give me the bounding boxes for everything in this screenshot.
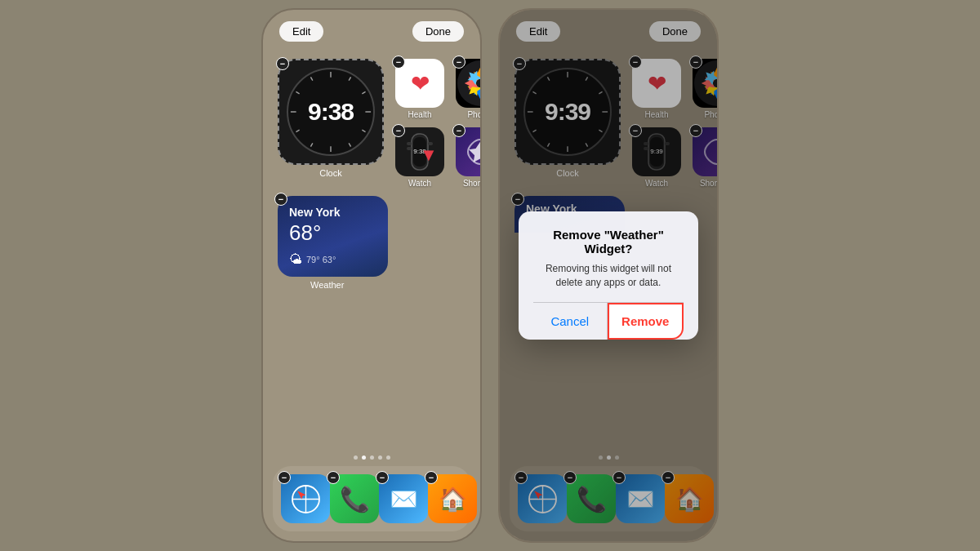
clock-widget[interactable]: − [278, 59, 384, 165]
arrow-indicator: ▼ [420, 144, 438, 166]
health-app-wrapper: − ❤ Health [395, 59, 444, 119]
svg-line-2 [362, 91, 365, 93]
mail-emoji-icon: ✉️ [390, 486, 418, 513]
weather-temp: 68° [289, 220, 376, 246]
left-page-dots [263, 455, 480, 460]
weather-widget[interactable]: New York 68° 🌤 79° 63° [278, 196, 388, 277]
left-edit-button[interactable]: Edit [279, 21, 323, 42]
home-remove-badge[interactable]: − [425, 471, 438, 484]
weather-icon-row: 🌤 79° 63° [289, 252, 376, 267]
photos-label: Photos [467, 110, 482, 119]
bottom-icons-row: − 9:38 [395, 127, 482, 188]
health-remove-badge[interactable]: − [392, 56, 405, 69]
weather-condition-icon: 🌤 [289, 252, 302, 267]
dialog-body: Removing this widget will not delete any… [533, 262, 684, 290]
svg-line-4 [362, 130, 365, 131]
safari-remove-badge[interactable]: − [278, 471, 291, 484]
health-heart-icon: ❤ [411, 70, 430, 97]
weather-sub-temp: 79° 63° [306, 255, 336, 264]
shortcuts-remove-badge[interactable]: − [452, 124, 466, 137]
watch-label-left: Watch [408, 179, 431, 188]
remove-widget-dialog: Remove "Weather" Widget? Removing this w… [519, 211, 698, 340]
phone-remove-badge[interactable]: − [327, 471, 340, 484]
clock-label-left: Clock [319, 168, 342, 178]
dialog-cancel-button[interactable]: Cancel [533, 303, 608, 340]
weather-label: Weather [310, 280, 344, 290]
phone-dock-wrapper: − 📞 [330, 474, 379, 523]
left-done-button[interactable]: Done [412, 21, 464, 42]
dialog-buttons: Cancel Remove [533, 302, 684, 340]
right-icons-col: − ❤ Health − [395, 59, 482, 188]
home-dock-wrapper: − 🏠 [428, 474, 477, 523]
left-dock: − − 📞 − ✉️ [273, 466, 470, 531]
svg-line-5 [349, 143, 350, 146]
shortcuts-label: Shortcuts [463, 179, 482, 188]
health-label: Health [408, 110, 432, 119]
photos-remove-badge[interactable]: − [452, 56, 466, 69]
dot-4 [378, 455, 382, 460]
clock-widget-wrapper: − [278, 59, 384, 178]
dot-1 [354, 455, 358, 460]
home-emoji-icon: 🏠 [439, 486, 467, 513]
shortcuts-app-wrapper: − Shortcuts [456, 127, 482, 188]
safari-dock-wrapper: − [281, 474, 330, 523]
svg-rect-23 [407, 142, 412, 145]
right-phone-screen: Edit Done − [498, 8, 719, 543]
svg-rect-24 [407, 147, 412, 150]
clock-remove-badge[interactable]: − [276, 57, 289, 70]
dot-2 [362, 455, 366, 460]
weather-widget-container: − New York 68° 🌤 79° 63° [278, 196, 388, 277]
svg-line-1 [349, 77, 350, 80]
weather-city: New York [289, 206, 376, 219]
clock-face: 9:38 [287, 68, 375, 156]
mail-remove-badge[interactable]: − [376, 471, 389, 484]
mail-dock-wrapper: − ✉️ [379, 474, 428, 523]
left-apps-area: − [263, 51, 480, 298]
weather-remove-badge[interactable]: − [274, 193, 287, 206]
left-top-bar: Edit Done [263, 10, 480, 48]
svg-line-10 [296, 91, 299, 93]
dialog-overlay: Remove "Weather" Widget? Removing this w… [500, 10, 717, 541]
svg-line-8 [296, 130, 299, 131]
watch-remove-badge-left[interactable]: − [392, 124, 405, 137]
weather-section: − New York 68° 🌤 79° 63° Weather [278, 196, 466, 290]
photos-app-wrapper: − [456, 59, 482, 119]
svg-line-11 [310, 77, 312, 80]
left-phone-screen: Edit Done − [261, 8, 482, 543]
dot-3 [370, 455, 374, 460]
svg-line-7 [310, 143, 312, 146]
phone-emoji-icon: 📞 [340, 485, 370, 513]
dialog-title: Remove "Weather" Widget? [533, 228, 684, 256]
top-icons-row: − ❤ Health − [395, 59, 482, 119]
dot-5 [386, 455, 390, 460]
dialog-remove-button[interactable]: Remove [608, 303, 684, 340]
top-apps-row: − [278, 59, 466, 188]
